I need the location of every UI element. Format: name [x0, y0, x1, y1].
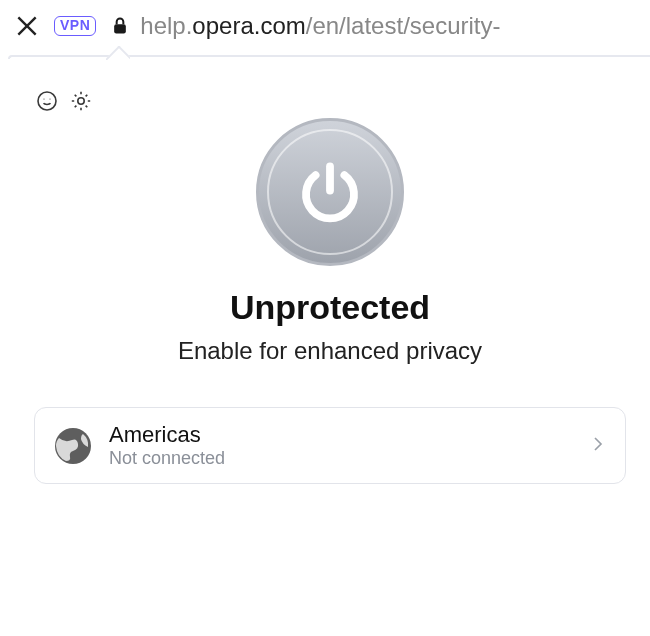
power-button-wrap	[34, 118, 626, 266]
close-button[interactable]	[10, 9, 44, 43]
lock-icon	[110, 16, 130, 36]
url-suffix: /en/latest/security-	[306, 12, 501, 39]
svg-point-3	[38, 92, 56, 110]
svg-rect-2	[114, 24, 126, 33]
vpn-panel: Unprotected Enable for enhanced privacy …	[10, 58, 650, 636]
panel-toolbar	[34, 88, 626, 114]
chevron-right-icon	[589, 435, 607, 457]
vpn-status-title: Unprotected	[34, 288, 626, 327]
svg-point-5	[49, 98, 50, 99]
settings-button[interactable]	[68, 88, 94, 114]
url-host: opera.com	[192, 12, 305, 39]
region-selector[interactable]: Americas Not connected	[34, 407, 626, 484]
vpn-status-subtitle: Enable for enhanced privacy	[34, 337, 626, 365]
region-name: Americas	[109, 422, 573, 448]
globe-icon	[53, 426, 93, 466]
power-icon	[294, 156, 366, 228]
vpn-toggle-button[interactable]	[256, 118, 404, 266]
region-status: Not connected	[109, 448, 573, 469]
browser-topbar: VPN help.opera.com/en/latest/security-	[0, 0, 650, 52]
feedback-button[interactable]	[34, 88, 60, 114]
svg-point-4	[43, 98, 44, 99]
region-text: Americas Not connected	[109, 422, 573, 469]
address-bar-url[interactable]: help.opera.com/en/latest/security-	[140, 12, 640, 40]
smiley-icon	[35, 89, 59, 113]
vpn-badge[interactable]: VPN	[54, 16, 96, 35]
gear-icon	[69, 89, 93, 113]
svg-point-6	[78, 98, 84, 104]
close-icon	[14, 13, 40, 39]
url-prefix: help.	[140, 12, 192, 39]
